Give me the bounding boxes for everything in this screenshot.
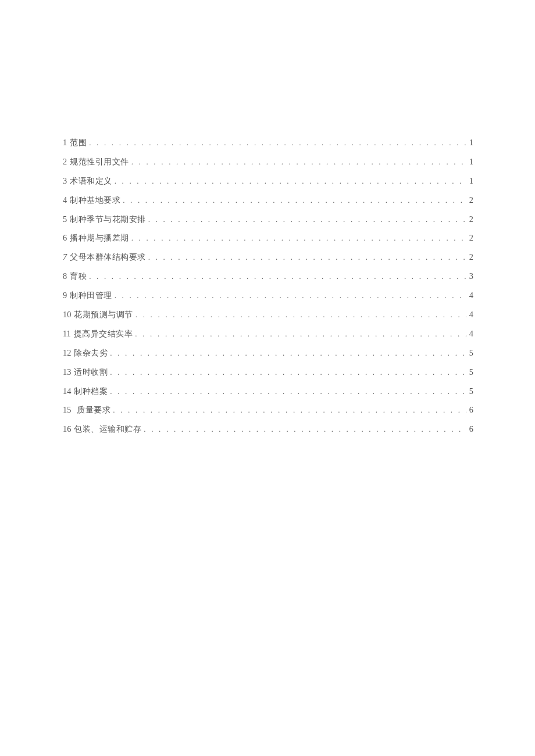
toc-leader-dots xyxy=(113,406,466,414)
toc-entry-page: 2 xyxy=(469,215,473,223)
toc-entry: 5制种季节与花期安排2 xyxy=(63,215,473,223)
toc-entry: 1范围1 xyxy=(63,138,473,146)
toc-entry: 6播种期与播差期2 xyxy=(63,234,473,242)
toc-entry: 14制种档案5 xyxy=(63,387,473,395)
toc-entry-label: 花期预测与调节 xyxy=(74,310,133,318)
toc-leader-dots xyxy=(110,349,466,357)
toc-entry-number: 16 xyxy=(63,425,71,433)
toc-entry: 7父母本群体结构要求2 xyxy=(63,253,473,261)
toc-leader-dots xyxy=(131,158,466,166)
toc-entry: 13适时收割5 xyxy=(63,368,473,376)
toc-entry-label: 制种基地要求 xyxy=(70,196,120,204)
toc-entry-label: 制种季节与花期安排 xyxy=(70,215,146,223)
toc-entry: 10花期预测与调节4 xyxy=(63,310,473,318)
toc-entry-number: 11 xyxy=(63,329,71,338)
toc-entry-page: 2 xyxy=(469,196,473,204)
toc-entry-label: 质量要求 xyxy=(77,406,110,414)
toc-entry: 9制种田管理4 xyxy=(63,291,473,299)
toc-leader-dots xyxy=(89,139,466,146)
toc-entry-label: 育秧 xyxy=(70,272,87,280)
toc-entry-number: 4 xyxy=(63,196,67,204)
toc-leader-dots xyxy=(135,330,466,338)
toc-entry-label: 制种档案 xyxy=(74,387,108,395)
toc-entry: 12除杂去劣5 xyxy=(63,349,473,357)
toc-entry-label: 除杂去劣 xyxy=(74,349,108,357)
toc-entry: 16包装、运输和贮存6 xyxy=(63,425,473,433)
toc-leader-dots xyxy=(148,216,466,223)
toc-entry-page: 4 xyxy=(469,291,473,299)
toc-leader-dots xyxy=(144,425,466,433)
toc-entry-page: 2 xyxy=(469,253,473,261)
toc-entry: 3术语和定义1 xyxy=(63,177,473,185)
toc-entry-page: 2 xyxy=(469,234,473,242)
toc-entry: 4制种基地要求2 xyxy=(63,196,473,204)
table-of-contents: 1范围12规范性引用文件13术语和定义14制种基地要求25制种季节与花期安排26… xyxy=(63,138,473,444)
toc-leader-dots xyxy=(110,388,466,395)
toc-leader-dots xyxy=(115,292,466,299)
toc-entry-number: 12 xyxy=(63,349,71,357)
toc-entry-number: 1 xyxy=(63,138,67,146)
toc-entry-page: 4 xyxy=(469,329,473,338)
toc-entry-label: 规范性引用文件 xyxy=(70,157,129,166)
toc-entry: 15质量要求6 xyxy=(63,406,473,414)
toc-entry-number: 7 xyxy=(63,253,67,261)
toc-leader-dots xyxy=(148,253,466,261)
toc-entry-page: 3 xyxy=(469,272,473,280)
toc-entry: 8育秧3 xyxy=(63,272,473,280)
toc-entry-label: 术语和定义 xyxy=(70,177,112,185)
toc-entry-label: 适时收割 xyxy=(74,368,108,376)
toc-leader-dots xyxy=(123,196,466,204)
toc-entry-page: 1 xyxy=(469,157,473,166)
toc-entry-number: 8 xyxy=(63,272,67,280)
toc-entry-label: 提高异交结实率 xyxy=(74,329,133,338)
toc-leader-dots xyxy=(131,234,466,242)
toc-entry-label: 制种田管理 xyxy=(70,291,112,299)
toc-entry-number: 6 xyxy=(63,234,67,242)
toc-entry-number: 2 xyxy=(63,157,67,166)
toc-entry-page: 1 xyxy=(469,177,473,185)
toc-leader-dots xyxy=(89,273,466,280)
toc-entry-number: 13 xyxy=(63,368,71,376)
toc-entry-page: 4 xyxy=(469,310,473,318)
toc-entry-number: 14 xyxy=(63,387,71,395)
toc-entry-label: 父母本群体结构要求 xyxy=(70,253,146,261)
toc-entry: 11提高异交结实率4 xyxy=(63,329,473,338)
toc-entry-page: 5 xyxy=(469,387,473,395)
toc-entry-label: 范围 xyxy=(70,138,87,146)
toc-entry-label: 包装、运输和贮存 xyxy=(74,425,141,433)
toc-entry-page: 5 xyxy=(469,349,473,357)
toc-entry-number: 10 xyxy=(63,310,71,318)
toc-entry-page: 1 xyxy=(469,138,473,146)
toc-entry-label: 播种期与播差期 xyxy=(70,234,129,242)
toc-entry-page: 6 xyxy=(469,425,473,433)
toc-entry-number: 15 xyxy=(63,406,71,414)
toc-entry: 2规范性引用文件1 xyxy=(63,157,473,166)
toc-entry-page: 6 xyxy=(469,406,473,414)
toc-entry-number: 5 xyxy=(63,215,67,223)
toc-entry-page: 5 xyxy=(469,368,473,376)
toc-leader-dots xyxy=(115,177,466,185)
toc-leader-dots xyxy=(135,311,466,318)
toc-leader-dots xyxy=(110,368,466,376)
toc-entry-number: 3 xyxy=(63,177,67,185)
toc-entry-number: 9 xyxy=(63,291,67,299)
